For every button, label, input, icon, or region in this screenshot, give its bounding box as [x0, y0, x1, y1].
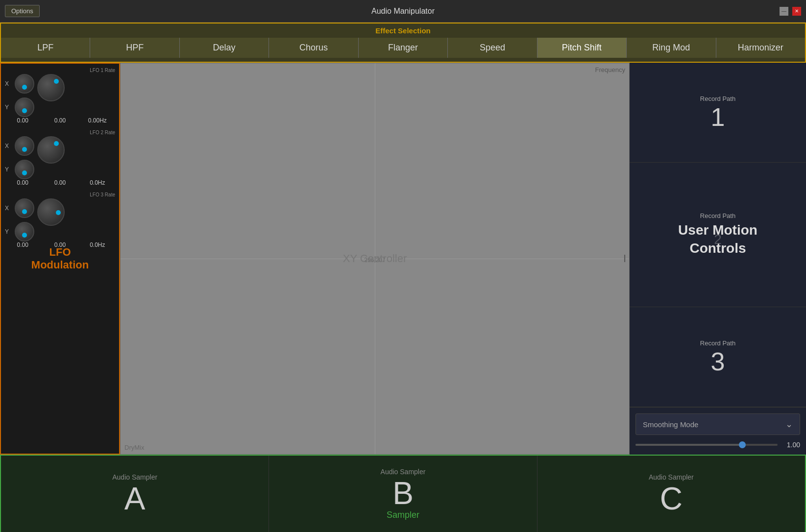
tab-speed[interactable]: Speed — [448, 38, 537, 58]
xy-center-label: XY Controller — [343, 252, 407, 265]
lfo1-y-label: Y — [5, 104, 12, 111]
effect-bar: Effect Selection LPF HPF Delay Chorus Fl… — [0, 23, 806, 63]
lfo-panel: LFO Modulation LFO 1 Rate X Y — [0, 63, 120, 455]
lfo1-rate-val: 0.00Hz — [80, 117, 115, 124]
lfo1-y-val: 0.00 — [42, 117, 77, 124]
lfo2-values: 0.00 0.00 0.0Hz — [5, 179, 115, 186]
minimize-button[interactable]: — — [780, 7, 788, 16]
sampler-a-letter: A — [124, 483, 146, 514]
lfo1-values: 0.00 0.00 0.00Hz — [5, 117, 115, 124]
title-bar: Options Audio Manipulator — ✕ — [0, 0, 806, 23]
record-path-2-label: Record Path — [700, 212, 735, 219]
tab-ring-mod[interactable]: Ring Mod — [627, 38, 716, 58]
record-path-2[interactable]: Record Path 2 User Motion Controls — [630, 163, 806, 307]
lfo2-x-val: 0.00 — [5, 179, 40, 186]
lfo3-values: 0.00 0.00 0.0Hz — [5, 242, 115, 248]
lfo3-y-val: 0.00 — [42, 242, 77, 248]
lfo1-y-knob[interactable] — [15, 97, 34, 117]
sampler-b-sub: Sampler — [387, 510, 419, 520]
smoothing-mode-dropdown[interactable]: Smoothing Mode ⌄ — [635, 413, 800, 435]
lfo-block-1: LFO 1 Rate X Y — [5, 68, 115, 124]
lfo1-x-row: X — [5, 74, 34, 94]
lfo2-rate-label: LFO 2 Rate — [5, 130, 115, 135]
sampler-c-letter: C — [660, 483, 683, 514]
smoothing-slider-thumb[interactable] — [739, 441, 746, 448]
lfo2-y-label: Y — [5, 166, 12, 173]
options-button[interactable]: Options — [5, 5, 40, 17]
close-button[interactable]: ✕ — [792, 7, 801, 16]
smoothing-slider-fill — [635, 444, 742, 446]
lfo3-x-knob[interactable] — [15, 198, 34, 218]
audio-sampler-c[interactable]: Audio Sampler C — [537, 456, 805, 532]
audio-sampler-b[interactable]: Audio Sampler B Sampler — [269, 456, 537, 532]
record-path-3-label: Record Path — [700, 339, 735, 347]
tab-lpf[interactable]: LPF — [1, 38, 90, 58]
main-content: LFO Modulation LFO 1 Rate X Y — [0, 63, 806, 455]
lfo1-x-knob[interactable] — [15, 74, 34, 94]
umc-container: 2 User Motion Controls — [678, 221, 757, 257]
xy-controller[interactable]: Frequency DryMix 296,207 XY Controller I — [120, 63, 630, 455]
lfo2-rate-val: 0.0Hz — [80, 179, 115, 186]
smoothing-mode-label: Smoothing Mode — [643, 420, 698, 429]
lfo1-x-val: 0.00 — [5, 117, 40, 124]
lfo3-y-knob[interactable] — [15, 222, 34, 242]
xy-cursor-icon: I — [623, 252, 626, 265]
lfo1-xy-pair: X Y — [5, 74, 34, 117]
sampler-b-label: Audio Sampler — [381, 468, 426, 476]
lfo2-y-val: 0.00 — [42, 179, 77, 186]
record-path-1-number: 1 — [711, 104, 725, 130]
lfo2-rate-knob[interactable] — [37, 136, 65, 164]
right-panel: Record Path 1 Record Path 2 User Motion … — [630, 63, 806, 455]
lfo1-rate-label: LFO 1 Rate — [5, 68, 115, 73]
xy-drymix-label: DryMix — [124, 444, 144, 451]
tab-hpf[interactable]: HPF — [90, 38, 179, 58]
tab-pitch-shift[interactable]: Pitch Shift — [537, 38, 627, 58]
smoothing-slider[interactable] — [635, 444, 778, 446]
lfo2-y-knob[interactable] — [15, 160, 34, 179]
tab-chorus[interactable]: Chorus — [269, 38, 358, 58]
lfo3-rate-val: 0.0Hz — [80, 242, 115, 248]
smoothing-section: Smoothing Mode ⌄ 1.00 — [630, 407, 806, 455]
record-path-3[interactable]: Record Path 3 — [630, 307, 806, 407]
lfo3-xy-pair: X Y — [5, 198, 34, 242]
lfo-block-2: LFO 2 Rate X Y — [5, 130, 115, 186]
sampler-b-letter: B — [392, 478, 414, 509]
window-controls: — ✕ — [780, 7, 801, 16]
record-path-2-number: 2 — [714, 232, 722, 247]
lfo-block-3: LFO 3 Rate X Y — [5, 192, 115, 248]
effect-tabs: LPF HPF Delay Chorus Flanger Speed Pitch… — [1, 38, 805, 58]
smoothing-value: 1.00 — [782, 441, 800, 449]
record-path-1[interactable]: Record Path 1 — [630, 63, 806, 163]
tab-harmonizer[interactable]: Harmonizer — [716, 38, 805, 58]
effect-selection-title: Effect Selection — [1, 26, 805, 35]
xy-freq-label: Frequency — [595, 66, 625, 73]
tab-flanger[interactable]: Flanger — [359, 38, 448, 58]
lfo3-rate-knob[interactable] — [37, 198, 65, 226]
chevron-down-icon: ⌄ — [785, 419, 793, 430]
lfo-title: LFO Modulation — [31, 246, 89, 272]
sampler-a-label: Audio Sampler — [112, 473, 157, 481]
record-path-1-label: Record Path — [700, 95, 735, 102]
window-title: Audio Manipulator — [371, 7, 435, 16]
bottom-panel: Audio Sampler A Audio Sampler B Sampler … — [0, 455, 806, 532]
lfo3-rate-label: LFO 3 Rate — [5, 192, 115, 197]
lfo2-x-label: X — [5, 143, 12, 149]
lfo1-y-row: Y — [5, 97, 34, 117]
record-path-3-number: 3 — [711, 349, 725, 374]
sampler-c-label: Audio Sampler — [649, 473, 694, 481]
tab-delay[interactable]: Delay — [180, 38, 269, 58]
audio-sampler-a[interactable]: Audio Sampler A — [1, 456, 269, 532]
lfo2-xy-pair: X Y — [5, 136, 34, 179]
lfo3-y-label: Y — [5, 228, 12, 235]
lfo3-x-label: X — [5, 205, 12, 212]
smoothing-slider-row: 1.00 — [635, 441, 800, 449]
lfo1-x-label: X — [5, 80, 12, 87]
lfo3-x-val: 0.00 — [5, 242, 40, 248]
lfo2-x-knob[interactable] — [15, 136, 34, 156]
lfo1-rate-knob[interactable] — [37, 74, 65, 101]
